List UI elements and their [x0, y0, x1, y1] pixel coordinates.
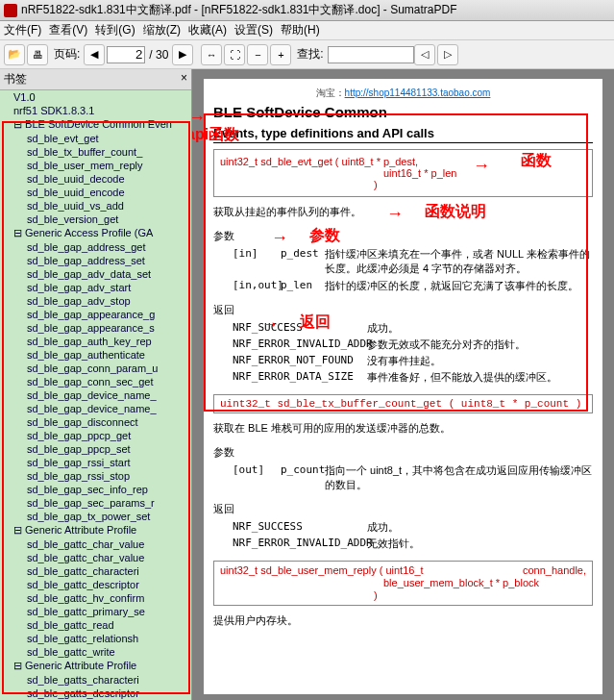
heading-2: Events, type definitions and API calls [213, 126, 593, 143]
next-page-button[interactable]: ▶ [172, 44, 193, 65]
menu-help[interactable]: 帮助(H) [281, 22, 320, 38]
menu-fav[interactable]: 收藏(A) [188, 22, 227, 38]
page-input[interactable] [107, 46, 145, 63]
sidebar-title: 书签 [4, 71, 27, 88]
menu-file[interactable]: 文件(F) [4, 22, 41, 38]
bookmark-item[interactable]: sd_ble_evt_get [0, 132, 191, 145]
bookmark-item[interactable]: sd_ble_gap_sec_params_r [0, 496, 191, 510]
bookmark-item[interactable]: sd_ble_gap_ppcp_get [0, 429, 191, 442]
bookmark-item[interactable]: sd_ble_gattc_relationsh [0, 632, 191, 645]
bookmark-item[interactable]: sd_ble_uuid_encode [0, 186, 191, 199]
function-desc: 获取从挂起的事件队列的事件。 [213, 205, 593, 219]
fit-width-button[interactable]: ↔ [201, 44, 222, 65]
params-label: 参数 [213, 229, 593, 243]
menu-view[interactable]: 查看(V) [49, 22, 87, 38]
bookmark-item[interactable]: sd_ble_gap_rssi_start [0, 456, 191, 469]
bookmark-item[interactable]: V1.0 [0, 90, 191, 104]
bookmark-item[interactable]: sd_ble_gap_adv_data_set [0, 267, 191, 281]
bookmark-item[interactable]: BLE SoftDevice Common Even [0, 117, 191, 132]
page-total: / 30 [149, 48, 168, 62]
bookmark-item[interactable]: sd_ble_gap_appearance_g [0, 308, 191, 321]
bookmark-item[interactable]: Generic Attribute Profile [0, 659, 191, 673]
bookmark-item[interactable]: sd_ble_uuid_decode [0, 172, 191, 186]
bookmark-item[interactable]: sd_ble_gap_adv_start [0, 281, 191, 294]
bookmark-item[interactable]: sd_ble_gattc_char_value [0, 551, 191, 564]
bookmark-item[interactable]: sd_ble_gap_device_name_ [0, 402, 191, 415]
bookmark-item[interactable]: sd_ble_gattc_primary_se [0, 605, 191, 618]
find-next-button[interactable]: ▷ [437, 44, 458, 65]
bookmark-item[interactable]: sd_ble_gap_rssi_stop [0, 469, 191, 483]
bookmark-item[interactable]: sd_ble_gap_authenticate [0, 348, 191, 362]
taobao-link[interactable]: http://shop114481133.taobao.com [345, 88, 491, 98]
zoom-in-button[interactable]: + [270, 44, 291, 65]
page-label: 页码: [54, 46, 80, 62]
close-icon[interactable]: × [181, 71, 187, 88]
bookmarks-sidebar: 书签 × V1.0nrf51 SDK1.8.3.1BLE SoftDevice … [0, 69, 192, 700]
bookmark-item[interactable]: Generic Attribute Profile [0, 523, 191, 538]
print-button[interactable]: 🖶 [27, 44, 48, 65]
title-bar: nRF51822-sdk1.831中文翻译.pdf - [nRF51822-sd… [0, 0, 614, 21]
bookmark-item[interactable]: sd_ble_gatts_characteri [0, 673, 191, 687]
bookmark-item[interactable]: sd_ble_gap_adv_stop [0, 294, 191, 308]
bookmark-item[interactable]: sd_ble_user_mem_reply [0, 159, 191, 172]
prev-page-button[interactable]: ◀ [84, 44, 105, 65]
find-prev-button[interactable]: ◁ [414, 44, 435, 65]
function-signature: uint32_t sd_ble_evt_get ( uint8_t * p_de… [213, 149, 593, 197]
bookmark-tree: V1.0nrf51 SDK1.8.3.1BLE SoftDevice Commo… [0, 90, 191, 700]
bookmark-item[interactable]: sd_ble_gatts_descriptor [0, 687, 191, 700]
function-signature: uint32_t sd_ble_user_mem_reply ( uint16_… [213, 561, 593, 606]
menu-goto[interactable]: 转到(G) [95, 22, 135, 38]
menu-bar: 文件(F) 查看(V) 转到(G) 缩放(Z) 收藏(A) 设置(S) 帮助(H… [0, 21, 614, 40]
bookmark-item[interactable]: sd_ble_gattc_hv_confirm [0, 591, 191, 605]
window-title: nRF51822-sdk1.831中文翻译.pdf - [nRF51822-sd… [21, 2, 457, 18]
bookmark-item[interactable]: sd_ble_gattc_read [0, 618, 191, 632]
bookmark-item[interactable]: sd_ble_tx_buffer_count_ [0, 145, 191, 159]
bookmark-item[interactable]: sd_ble_gap_auth_key_rep [0, 335, 191, 348]
bookmark-item[interactable]: sd_ble_gap_tx_power_set [0, 510, 191, 523]
bookmark-item[interactable]: sd_ble_gap_address_get [0, 240, 191, 254]
bookmark-item[interactable]: sd_ble_gap_sec_info_rep [0, 483, 191, 496]
bookmark-item[interactable]: sd_ble_gattc_descriptor [0, 578, 191, 591]
bookmark-item[interactable]: sd_ble_gap_device_name_ [0, 388, 191, 402]
bookmark-item[interactable]: sd_ble_uuid_vs_add [0, 199, 191, 212]
app-icon [4, 4, 17, 17]
return-label: 返回 [213, 303, 593, 317]
menu-zoom[interactable]: 缩放(Z) [143, 22, 181, 38]
function-signature: uint32_t sd_ble_tx_buffer_count_get ( ui… [213, 394, 593, 413]
bookmark-item[interactable]: sd_ble_gattc_char_value [0, 538, 191, 551]
find-label: 查找: [297, 46, 323, 62]
find-input[interactable] [328, 46, 414, 63]
bookmark-item[interactable]: sd_ble_gap_conn_sec_get [0, 375, 191, 388]
bookmark-item[interactable]: sd_ble_version_get [0, 212, 191, 226]
bookmark-item[interactable]: sd_ble_gap_appearance_s [0, 321, 191, 335]
bookmark-item[interactable]: sd_ble_gap_conn_param_u [0, 362, 191, 375]
fit-page-button[interactable]: ⛶ [224, 44, 245, 65]
menu-settings[interactable]: 设置(S) [234, 22, 273, 38]
bookmark-item[interactable]: sd_ble_gap_ppcp_set [0, 442, 191, 456]
open-button[interactable]: 📂 [4, 44, 25, 65]
bookmark-item[interactable]: sd_ble_gap_disconnect [0, 415, 191, 429]
bookmark-item[interactable]: sd_ble_gap_address_set [0, 254, 191, 267]
bookmark-item[interactable]: sd_ble_gattc_characteri [0, 564, 191, 578]
page: 淘宝：http://shop114481133.taobao.com BLE S… [204, 79, 602, 694]
heading-1: BLE SoftDevice Common [213, 104, 593, 120]
bookmark-item[interactable]: nrf51 SDK1.8.3.1 [0, 104, 191, 117]
toolbar: 📂 🖶 页码: ◀ / 30 ▶ ↔ ⛶ − + 查找: ◁ ▷ [0, 40, 614, 69]
bookmark-item[interactable]: Generic Access Profile (GA [0, 226, 191, 240]
zoom-out-button[interactable]: − [247, 44, 268, 65]
bookmark-item[interactable]: sd_ble_gattc_write [0, 645, 191, 659]
document-view[interactable]: 淘宝：http://shop114481133.taobao.com BLE S… [192, 69, 614, 700]
